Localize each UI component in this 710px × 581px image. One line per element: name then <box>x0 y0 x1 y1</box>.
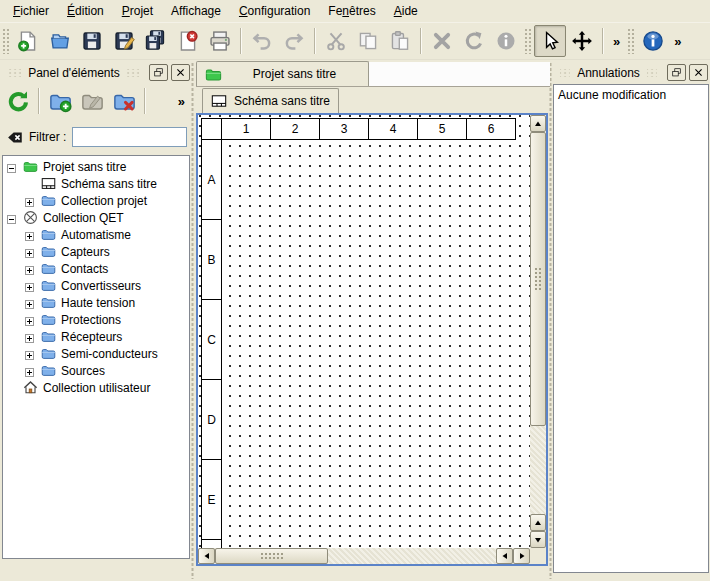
toolbar-drag-handle[interactable] <box>524 28 531 54</box>
vertical-scrollbar-track[interactable] <box>530 426 546 514</box>
float-button[interactable] <box>667 64 686 81</box>
expander-plus-icon[interactable] <box>25 366 34 375</box>
toolbar-drag-handle[interactable] <box>627 28 634 54</box>
tree-item[interactable]: Schéma sans titre <box>3 175 189 192</box>
delete-button[interactable] <box>426 25 458 57</box>
tree-item-label: Collection utilisateur <box>43 381 150 395</box>
expander-minus-icon[interactable] <box>7 213 16 222</box>
toolbar-overflow-button[interactable]: » <box>173 94 190 109</box>
paste-icon <box>389 30 411 52</box>
tree-item[interactable]: Contacts <box>3 260 189 277</box>
project-folder-icon <box>22 159 38 175</box>
tree-item[interactable]: Collection utilisateur <box>3 379 189 396</box>
toolbar-separator <box>144 88 146 114</box>
menu-edition[interactable]: Édition <box>58 1 113 21</box>
tab-schema[interactable]: Schéma sans titre <box>202 88 339 113</box>
horizontal-scrollbar-thumb[interactable] <box>215 548 328 564</box>
titlebar-buttons <box>146 64 190 81</box>
new-category-button[interactable] <box>44 85 76 117</box>
vertical-scrollbar[interactable] <box>530 115 546 548</box>
tree-item[interactable]: Automatisme <box>3 226 189 243</box>
element-info-button[interactable] <box>490 25 522 57</box>
toolbar-overflow-button[interactable]: » <box>608 34 625 49</box>
scroll-down-button[interactable] <box>530 531 546 548</box>
scroll-up-icon <box>534 120 542 128</box>
cut-button[interactable] <box>320 25 352 57</box>
copy-button[interactable] <box>352 25 384 57</box>
tree-item[interactable]: Haute tension <box>3 294 189 311</box>
delete-category-button[interactable] <box>108 85 140 117</box>
tree-item[interactable]: Protections <box>3 311 189 328</box>
scroll-right-button[interactable] <box>513 548 530 564</box>
open-document-button[interactable] <box>44 25 76 57</box>
undo-list-item[interactable]: Aucune modification <box>554 85 708 105</box>
expander-plus-icon[interactable] <box>25 264 34 273</box>
horizontal-scrollbar-track[interactable] <box>328 548 496 564</box>
float-button[interactable] <box>149 64 168 81</box>
redo-button[interactable] <box>278 25 310 57</box>
save-as-button[interactable] <box>108 25 140 57</box>
new-document-button[interactable] <box>12 25 44 57</box>
tree-item[interactable]: Récepteurs <box>3 328 189 345</box>
expander-plus-icon[interactable] <box>25 332 34 341</box>
close-document-icon <box>177 30 199 52</box>
tree-item[interactable]: Collection projet <box>3 192 189 209</box>
edit-category-button[interactable] <box>76 85 108 117</box>
paste-button[interactable] <box>384 25 416 57</box>
expander-plus-icon[interactable] <box>25 281 34 290</box>
refresh-icon <box>7 90 30 113</box>
tree-item[interactable]: Convertisseurs <box>3 277 189 294</box>
tree-item[interactable]: Semi-conducteurs <box>3 345 189 362</box>
close-document-button[interactable] <box>172 25 204 57</box>
clear-filter-icon[interactable] <box>6 129 23 146</box>
expander-plus-icon[interactable] <box>25 230 34 239</box>
selection-mode-button[interactable] <box>534 25 566 57</box>
horizontal-scrollbar[interactable] <box>198 548 530 564</box>
menu-fichier[interactable]: Fichier <box>4 1 58 21</box>
save-all-button[interactable] <box>140 25 172 57</box>
tree-item-label: Protections <box>61 313 121 327</box>
tree-item[interactable]: Sources <box>3 362 189 379</box>
close-button[interactable] <box>689 64 708 81</box>
menu-aide[interactable]: Aide <box>385 1 427 21</box>
expander-placeholder <box>25 179 34 188</box>
rotate-button[interactable] <box>458 25 490 57</box>
expander-plus-icon[interactable] <box>25 247 34 256</box>
scroll-up-button[interactable] <box>530 514 546 531</box>
left-splitter[interactable] <box>190 62 195 579</box>
toolbar-overflow-button[interactable]: » <box>669 34 686 49</box>
about-button[interactable] <box>637 25 669 57</box>
toolbar-separator <box>240 28 242 54</box>
expander-minus-icon[interactable] <box>7 162 16 171</box>
save-button[interactable] <box>76 25 108 57</box>
expander-plus-icon[interactable] <box>25 298 34 307</box>
menu-projet[interactable]: Projet <box>113 1 162 21</box>
undo-history-list[interactable]: Aucune modification <box>553 84 709 573</box>
tree-item[interactable]: Collection QET <box>3 209 189 226</box>
scroll-up-button[interactable] <box>530 115 546 132</box>
scroll-mode-button[interactable] <box>566 25 598 57</box>
folder-new-icon <box>49 90 72 113</box>
tab-project[interactable]: Projet sans titre <box>196 61 369 86</box>
menu-affichage[interactable]: Affichage <box>162 1 230 21</box>
expander-plus-icon[interactable] <box>25 196 34 205</box>
reload-collections-button[interactable] <box>2 85 34 117</box>
delete-icon <box>431 30 453 52</box>
tree-item[interactable]: Capteurs <box>3 243 189 260</box>
toolbar-separator <box>38 88 40 114</box>
toolbar-drag-handle[interactable] <box>2 28 9 54</box>
diagram-canvas[interactable]: 123456 ABCDE <box>198 115 530 548</box>
tree-item[interactable]: Projet sans titre <box>3 158 189 175</box>
expander-plus-icon[interactable] <box>25 349 34 358</box>
undo-button[interactable] <box>246 25 278 57</box>
close-button[interactable] <box>171 64 190 81</box>
menu-fenetres[interactable]: Fenêtres <box>319 1 384 21</box>
scroll-left-button[interactable] <box>198 548 215 564</box>
vertical-scrollbar-thumb[interactable] <box>530 132 546 426</box>
filter-input[interactable] <box>72 127 187 147</box>
menu-configuration[interactable]: Configuration <box>230 1 319 21</box>
expander-plus-icon[interactable] <box>25 315 34 324</box>
save-icon <box>81 30 103 52</box>
scroll-left-button[interactable] <box>496 548 513 564</box>
print-button[interactable] <box>204 25 236 57</box>
